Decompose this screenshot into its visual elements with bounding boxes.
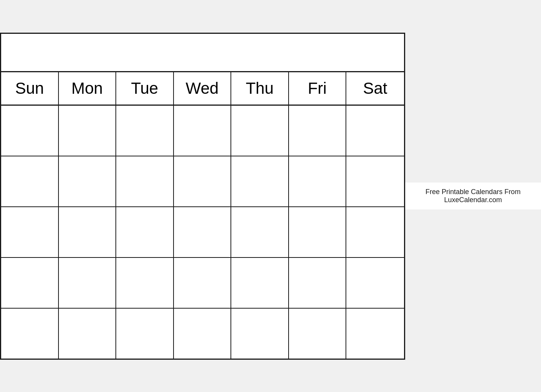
- cell-4-5[interactable]: [231, 258, 289, 308]
- header-sat: Sat: [346, 72, 404, 105]
- cell-5-1[interactable]: [1, 309, 59, 359]
- cell-1-5[interactable]: [231, 106, 289, 156]
- cell-5-4[interactable]: [174, 309, 232, 359]
- cell-3-4[interactable]: [174, 207, 232, 257]
- cell-2-1[interactable]: [1, 156, 59, 206]
- cell-5-6[interactable]: [289, 309, 347, 359]
- cell-1-1[interactable]: [1, 106, 59, 156]
- cell-4-4[interactable]: [174, 258, 232, 308]
- cell-1-7[interactable]: [346, 106, 404, 156]
- cell-4-3[interactable]: [116, 258, 174, 308]
- cell-3-2[interactable]: [59, 207, 117, 257]
- cell-3-3[interactable]: [116, 207, 174, 257]
- cell-3-5[interactable]: [231, 207, 289, 257]
- cell-2-5[interactable]: [231, 156, 289, 206]
- cell-1-2[interactable]: [59, 106, 117, 156]
- cell-4-6[interactable]: [289, 258, 347, 308]
- cell-1-6[interactable]: [289, 106, 347, 156]
- calendar-row-3: [1, 207, 404, 258]
- cell-3-7[interactable]: [346, 207, 404, 257]
- cell-4-1[interactable]: [1, 258, 59, 308]
- day-headers: Sun Mon Tue Wed Thu Fri Sat: [1, 72, 404, 106]
- calendar-page: Sun Mon Tue Wed Thu Fri Sat: [0, 33, 405, 360]
- cell-1-4[interactable]: [174, 106, 232, 156]
- cell-5-7[interactable]: [346, 309, 404, 359]
- calendar-row-2: [1, 156, 404, 207]
- cell-5-5[interactable]: [231, 309, 289, 359]
- footer-text: Free Printable Calendars From LuxeCalend…: [426, 188, 521, 204]
- header-sun: Sun: [1, 72, 59, 105]
- cell-5-3[interactable]: [116, 309, 174, 359]
- cell-4-2[interactable]: [59, 258, 117, 308]
- calendar-row-5: [1, 309, 404, 359]
- cell-4-7[interactable]: [346, 258, 404, 308]
- cell-1-3[interactable]: [116, 106, 174, 156]
- footer: Free Printable Calendars From LuxeCalend…: [405, 183, 541, 209]
- calendar-body: [1, 106, 404, 359]
- cell-2-7[interactable]: [346, 156, 404, 206]
- header-thu: Thu: [231, 72, 289, 105]
- cell-2-6[interactable]: [289, 156, 347, 206]
- cell-2-4[interactable]: [174, 156, 232, 206]
- header-mon: Mon: [59, 72, 117, 105]
- cell-3-1[interactable]: [1, 207, 59, 257]
- cell-2-2[interactable]: [59, 156, 117, 206]
- cell-5-2[interactable]: [59, 309, 117, 359]
- calendar-row-4: [1, 258, 404, 309]
- title-row: [1, 34, 404, 72]
- header-fri: Fri: [289, 72, 347, 105]
- header-tue: Tue: [116, 72, 174, 105]
- cell-2-3[interactable]: [116, 156, 174, 206]
- header-wed: Wed: [174, 72, 232, 105]
- cell-3-6[interactable]: [289, 207, 347, 257]
- calendar-row-1: [1, 106, 404, 156]
